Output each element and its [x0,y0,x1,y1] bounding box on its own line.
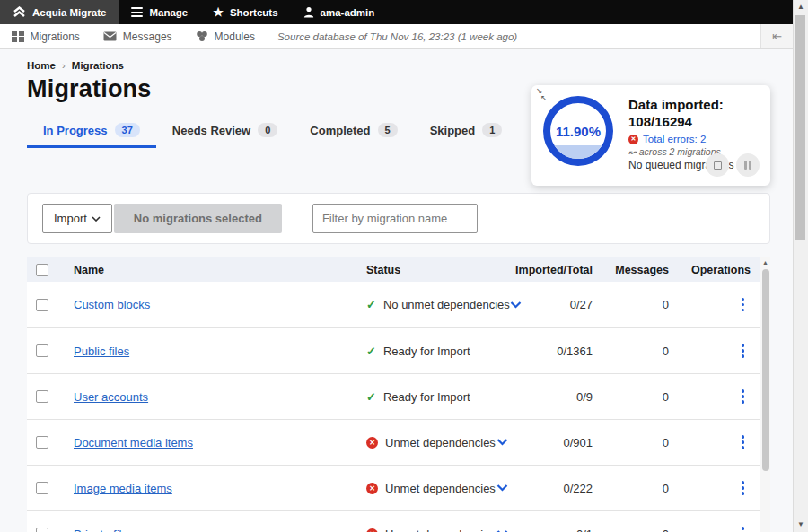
data-imported-title: Data imported: [628,96,763,113]
migrations-label: Migrations [31,31,80,43]
total-errors-link[interactable]: Total errors: 2 [643,134,706,144]
migration-link[interactable]: Image media items [74,482,172,495]
status-icon: ✕ [366,528,378,532]
page-scrollbar-thumb[interactable] [795,15,805,240]
breadcrumb: Home › Migrations [27,60,793,71]
pause-import-button[interactable] [736,153,760,177]
row-checkbox[interactable] [36,299,48,311]
migration-link[interactable]: Public files [74,344,129,358]
toolbar-item-messages[interactable]: Messages [92,31,184,43]
scroll-up-icon[interactable]: ▲ [794,0,808,14]
table-row: Document media items ✕ Unmet dependencie… [27,419,760,465]
kebab-menu-icon[interactable] [739,478,748,498]
status-text: Unmet dependencies [385,436,496,449]
star-icon: ★ [213,6,224,18]
actions-panel: Import No migrations selected [27,193,770,244]
shortcuts-label: Shortcuts [230,7,278,18]
header-messages: Messages [593,264,669,276]
chevron-down-icon[interactable] [496,439,508,446]
tab-label: Completed [310,124,370,137]
stop-import-button[interactable] [706,153,729,177]
tab-label: In Progress [43,124,108,137]
kebab-menu-icon[interactable] [739,524,748,532]
kebab-menu-icon[interactable] [739,432,748,452]
toolbar-item-migrations[interactable]: Migrations [0,31,92,43]
import-dropdown-button[interactable]: Import [42,204,112,233]
migration-link[interactable]: Custom blocks [74,298,150,311]
status-text: Ready for Import [383,344,470,358]
migration-link[interactable]: Private files [74,528,134,532]
kebab-menu-icon[interactable] [739,341,748,361]
row-checkbox[interactable] [36,344,48,357]
header-operations: Operations [669,264,760,276]
username-label: ama-admin [321,7,375,18]
selection-status-button: No migrations selected [114,204,282,233]
row-checkbox[interactable] [36,390,48,403]
kebab-menu-icon[interactable] [739,295,748,315]
messages-count: 0 [593,482,669,495]
brand-label: Acquia Migrate [32,7,106,18]
acquia-migrate-logo[interactable]: Acquia Migrate [0,0,119,24]
migration-filter-input[interactable] [312,204,478,233]
shortcuts-menu[interactable]: ★ Shortcuts [200,0,290,24]
messages-count: 0 [593,298,669,311]
status-icon: ✓ [366,390,376,404]
modules-label: Modules [215,31,255,43]
scroll-up-icon[interactable]: ▲ [760,257,770,268]
collapse-toolbar-button[interactable]: ⇤ [760,24,793,48]
select-all-checkbox[interactable] [36,264,48,276]
envelope-icon [103,31,117,41]
manage-menu[interactable]: Manage [119,0,200,24]
chevron-down-icon[interactable] [496,484,508,492]
hamburger-icon [131,7,143,17]
tab-in-progress[interactable]: In Progress 37 [27,116,156,148]
tab-skipped[interactable]: Skipped 1 [414,116,519,148]
source-database-note: Source database of Thu Nov 16, 23:23 (1 … [277,31,517,42]
imported-total-value: 0/27 [510,298,593,311]
progress-ring-fill: 11.90% [550,103,606,159]
header-name: Name [74,264,366,276]
grid-icon [12,31,24,43]
status-text: No unmet dependencies [383,298,510,311]
table-header-row: Name Status Imported/Total Messages Oper… [27,257,760,282]
table-scrollbar-thumb[interactable] [762,269,769,471]
import-progress-card: ↘ ↖ 11.90% Data imported: 108/16294 ✕ To… [531,85,770,186]
page-scrollbar[interactable]: ▲ ▼ [793,0,808,532]
kebab-menu-icon[interactable] [739,387,748,406]
status-text: Unmet dependencies [385,482,496,495]
imported-total-value: 0/9 [510,390,593,404]
messages-count: 0 [593,344,669,358]
progress-ring: 11.90% [543,96,613,166]
table-row: User accounts ✓ Ready for Import 0/9 0 [27,373,760,419]
toolbar-item-modules[interactable]: Modules [184,31,267,43]
stop-icon [714,161,722,170]
data-imported-ratio: 108/16294 [628,113,763,130]
user-menu[interactable]: ama-admin [291,0,388,24]
header-imported-total: Imported/Total [510,264,593,276]
tab-needs-review[interactable]: Needs Review 0 [156,116,294,148]
messages-label: Messages [123,31,172,43]
scroll-down-icon[interactable]: ▼ [794,518,808,532]
status-icon: ✓ [366,298,376,311]
table-scrollbar[interactable]: ▲ [760,257,770,532]
collapse-card-control[interactable]: ↘ ↖ [536,87,548,101]
imported-total-value: 0/222 [510,482,593,495]
row-checkbox[interactable] [36,436,48,449]
status-icon: ✕ [366,437,378,449]
header-status: Status [366,264,510,276]
migration-link[interactable]: User accounts [74,390,148,404]
table-row: Public files ✓ Ready for Import 0/1361 0 [27,327,760,373]
tab-label: Skipped [430,124,476,137]
messages-count: 0 [593,390,669,404]
breadcrumb-home-link[interactable]: Home [27,60,56,71]
page-content: Home › Migrations Migrations In Progress… [0,49,793,532]
user-icon [303,6,314,18]
row-checkbox[interactable] [36,528,48,532]
row-checkbox[interactable] [36,482,48,494]
tab-label: Needs Review [172,124,250,137]
imported-total-value: 0/1361 [510,344,593,358]
pause-icon [744,161,752,170]
error-icon: ✕ [628,135,638,144]
migration-link[interactable]: Document media items [74,436,193,449]
tab-completed[interactable]: Completed 5 [294,116,413,148]
